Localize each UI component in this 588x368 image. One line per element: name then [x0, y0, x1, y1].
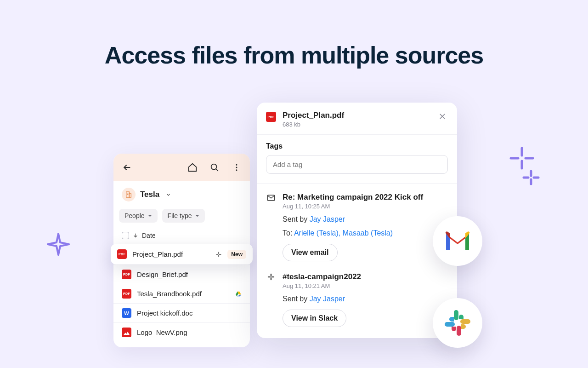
tags-section: Tags — [257, 135, 457, 184]
svg-rect-29 — [271, 276, 274, 278]
svg-rect-19 — [218, 252, 219, 254]
pdf-icon: PDF — [266, 112, 276, 122]
workspace-name: Tesla — [140, 190, 159, 199]
file-row[interactable]: W Project kickoff.doc — [113, 303, 250, 322]
file-detail-panel: PDF Project_Plan.pdf 683 kb Tags Re: Mar… — [257, 103, 457, 338]
back-button[interactable] — [122, 162, 132, 172]
source-email: Re: Marketing campaign 2022 Kick off Aug… — [257, 184, 457, 263]
svg-rect-20 — [216, 253, 219, 254]
sender-link[interactable]: Jay Jasper — [310, 295, 345, 303]
file-size: 683 kb — [283, 121, 344, 128]
detail-title: Project_Plan.pdf — [283, 111, 344, 120]
file-list-panel: Tesla People File type Date PDF Project_… — [113, 154, 250, 347]
people-filter[interactable]: People — [119, 209, 158, 223]
svg-point-13 — [236, 169, 237, 171]
svg-rect-15 — [129, 194, 131, 197]
caret-down-icon — [148, 214, 152, 218]
svg-line-10 — [216, 169, 218, 171]
slack-icon — [266, 272, 276, 327]
sparkle-icon — [46, 232, 71, 257]
svg-point-11 — [236, 164, 237, 166]
chevron-down-icon — [166, 192, 171, 197]
svg-point-12 — [236, 167, 237, 168]
sort-arrow-icon[interactable] — [133, 233, 138, 238]
close-button[interactable] — [437, 111, 448, 124]
svg-rect-32 — [457, 326, 461, 336]
file-name: Design_Brief.pdf — [137, 270, 242, 278]
slack-icon — [443, 308, 472, 338]
pdf-icon: PDF — [122, 270, 131, 279]
file-name: Project_Plan.pdf — [132, 250, 210, 258]
tags-label: Tags — [266, 142, 448, 150]
search-button[interactable] — [209, 162, 220, 172]
sparkle-icon — [508, 147, 540, 189]
home-button[interactable] — [187, 162, 198, 172]
filetype-filter[interactable]: File type — [162, 209, 205, 223]
sender-link[interactable]: Jay Jasper — [310, 215, 345, 223]
to-line: To: Arielle (Tesla), Masaab (Tesla) — [283, 229, 448, 237]
sent-by-label: Sent by — [283, 215, 307, 223]
filters: People File type — [113, 205, 250, 229]
filter-label: File type — [168, 212, 192, 219]
slack-badge — [433, 298, 482, 348]
file-row[interactable]: PDF Tesla_Brandbook.pdf — [113, 284, 250, 303]
pdf-icon: PDF — [117, 249, 127, 259]
gmail-icon — [443, 230, 472, 252]
select-all-checkbox[interactable] — [122, 232, 129, 239]
svg-rect-27 — [268, 276, 271, 278]
svg-rect-21 — [218, 254, 219, 257]
new-badge: New — [227, 250, 246, 259]
svg-rect-33 — [445, 322, 455, 327]
mail-icon — [266, 193, 276, 261]
source-title: #tesla-campaign2022 — [283, 272, 448, 282]
svg-rect-31 — [460, 319, 470, 324]
recipients-link[interactable]: Arielle (Tesla), Masaab (Tesla) — [294, 229, 393, 237]
source-time: Aug 11, 10:25 AM — [283, 203, 448, 210]
svg-rect-28 — [271, 277, 272, 280]
list-header: Date — [113, 229, 250, 244]
gmail-badge — [433, 216, 482, 266]
panel-toolbar — [113, 154, 250, 181]
caret-down-icon — [195, 214, 199, 218]
headline: Access files from multiple sources — [0, 0, 588, 69]
slack-icon — [215, 251, 222, 258]
file-row[interactable]: PDF Design_Brief.pdf — [113, 264, 250, 284]
gdrive-icon — [235, 291, 242, 297]
svg-rect-26 — [271, 274, 272, 276]
view-email-button[interactable]: View email — [283, 244, 338, 261]
source-title: Re: Marketing campaign 2022 Kick off — [283, 193, 448, 202]
workspace-selector[interactable]: Tesla — [113, 181, 250, 205]
date-column[interactable]: Date — [142, 232, 156, 239]
image-icon — [122, 328, 131, 337]
tag-input[interactable] — [266, 155, 448, 174]
to-label: To: — [283, 229, 292, 237]
file-name: Project kickoff.doc — [137, 309, 242, 317]
doc-icon: W — [122, 308, 131, 318]
building-icon — [122, 188, 136, 201]
file-list: PDF Project_Plan.pdf New PDF Design_Brie… — [113, 244, 250, 347]
file-row[interactable]: PDF Project_Plan.pdf New — [111, 244, 253, 264]
view-slack-button[interactable]: View in Slack — [283, 310, 346, 327]
detail-header: PDF Project_Plan.pdf 683 kb — [257, 103, 457, 135]
sent-by-line: Sent by Jay Jasper — [283, 215, 448, 224]
sent-by-label: Sent by — [283, 295, 307, 303]
file-row[interactable]: Logo_NewV.png — [113, 322, 250, 342]
pdf-icon: PDF — [122, 289, 131, 299]
file-name: Tesla_Brandbook.pdf — [137, 290, 227, 298]
source-time: Aug 11, 10:21 AM — [283, 282, 448, 289]
source-slack: #tesla-campaign2022 Aug 11, 10:21 AM Sen… — [257, 263, 457, 329]
sent-by-line: Sent by Jay Jasper — [283, 295, 448, 303]
file-name: Logo_NewV.png — [137, 328, 242, 336]
filter-label: People — [124, 212, 145, 219]
svg-rect-22 — [219, 253, 221, 254]
more-button[interactable] — [232, 162, 242, 172]
svg-rect-30 — [454, 310, 458, 320]
